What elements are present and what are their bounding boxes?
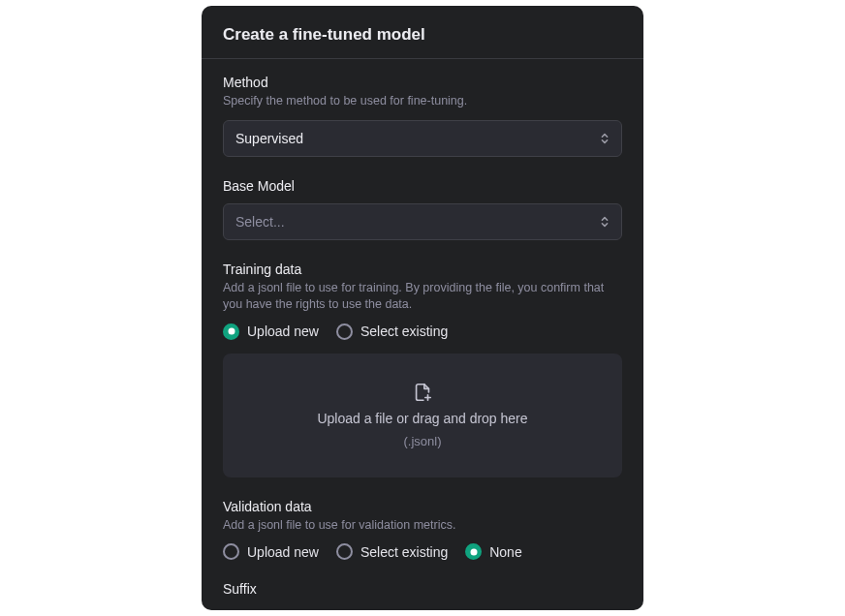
panel-title: Create a fine-tuned model (223, 25, 622, 45)
training-data-desc: Add a jsonl file to use for training. By… (223, 280, 622, 314)
chevron-up-down-icon (598, 215, 611, 229)
radio-label: None (489, 544, 521, 560)
radio-icon (336, 323, 353, 340)
validation-none-radio[interactable]: None (465, 543, 521, 560)
training-upload-new-radio[interactable]: Upload new (223, 323, 319, 340)
panel-header: Create a fine-tuned model (202, 6, 643, 58)
training-dropzone[interactable]: Upload a file or drag and drop here (.js… (223, 354, 622, 477)
validation-data-label: Validation data (223, 499, 622, 514)
training-radio-group: Upload new Select existing (223, 323, 622, 340)
panel-body: Method Specify the method to be used for… (202, 59, 643, 600)
radio-label: Upload new (247, 323, 319, 339)
training-data-label: Training data (223, 262, 622, 277)
radio-icon (336, 543, 353, 560)
upload-file-icon (412, 382, 433, 403)
radio-icon (223, 323, 239, 340)
method-desc: Specify the method to be used for fine-t… (223, 93, 622, 110)
radio-icon (465, 543, 482, 560)
method-section: Method Specify the method to be used for… (223, 75, 622, 157)
base-model-select[interactable]: Select... (223, 203, 622, 240)
method-select[interactable]: Supervised (223, 120, 622, 157)
validation-radio-group: Upload new Select existing None (223, 543, 622, 560)
validation-upload-new-radio[interactable]: Upload new (223, 543, 319, 560)
validation-data-desc: Add a jsonl file to use for validation m… (223, 517, 622, 535)
base-model-placeholder: Select... (235, 214, 285, 230)
validation-select-existing-radio[interactable]: Select existing (336, 543, 448, 560)
method-select-value: Supervised (235, 131, 303, 146)
training-data-section: Training data Add a jsonl file to use fo… (223, 262, 622, 477)
suffix-label: Suffix (223, 581, 622, 597)
validation-data-section: Validation data Add a jsonl file to use … (223, 499, 622, 561)
create-finetune-panel: Create a fine-tuned model Method Specify… (202, 6, 643, 610)
base-model-label: Base Model (223, 178, 622, 194)
suffix-section: Suffix (223, 581, 622, 597)
dropzone-sub: (.jsonl) (403, 434, 441, 448)
method-label: Method (223, 75, 622, 90)
training-select-existing-radio[interactable]: Select existing (336, 323, 448, 340)
dropzone-text: Upload a file or drag and drop here (317, 411, 527, 426)
radio-icon (223, 543, 239, 560)
radio-label: Upload new (247, 544, 319, 560)
base-model-section: Base Model Select... (223, 178, 622, 240)
radio-label: Select existing (360, 544, 448, 560)
chevron-up-down-icon (598, 132, 611, 145)
radio-label: Select existing (360, 323, 448, 339)
